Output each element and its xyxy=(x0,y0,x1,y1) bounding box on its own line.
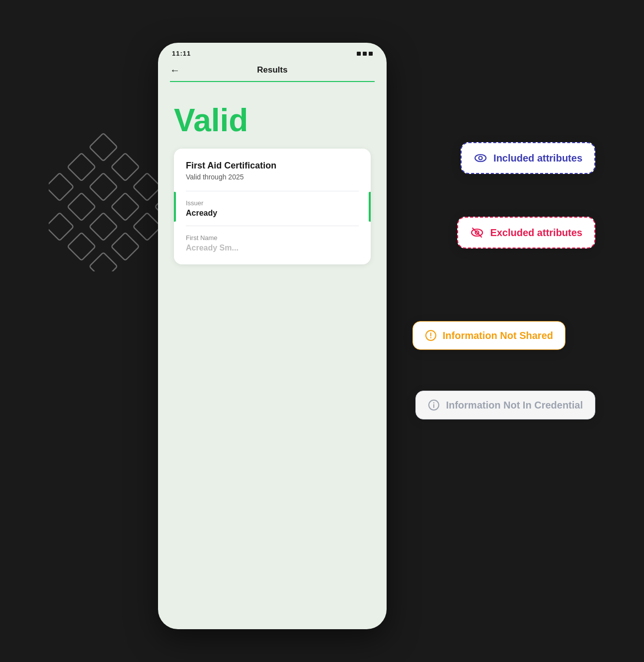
svg-rect-10 xyxy=(89,213,118,241)
svg-rect-14 xyxy=(89,252,118,271)
left-accent xyxy=(174,192,176,222)
status-time: 11:11 xyxy=(172,50,191,57)
excluded-label: Excluded attributes xyxy=(490,227,582,239)
svg-rect-5 xyxy=(133,173,161,201)
nav-title: Results xyxy=(257,65,287,75)
eye-icon xyxy=(474,151,487,165)
status-icon-3 xyxy=(369,52,373,56)
credential-card: First Aid Certification Valid through 20… xyxy=(174,149,371,264)
status-icon-1 xyxy=(357,52,361,56)
warning-circle-icon xyxy=(425,330,437,341)
svg-rect-7 xyxy=(111,193,140,221)
credential-title: First Aid Certification xyxy=(186,161,359,171)
svg-point-15 xyxy=(475,155,486,162)
credential-card-wrapper: First Aid Certification Valid through 20… xyxy=(174,149,371,264)
phone-frame: 11:11 ← Results Valid First Aid Certific… xyxy=(158,43,387,629)
svg-point-22 xyxy=(430,337,431,338)
info-circle-icon xyxy=(428,399,440,411)
badge-not-shared: Information Not Shared xyxy=(412,321,565,350)
valid-status: Valid xyxy=(174,102,371,139)
svg-rect-9 xyxy=(49,213,74,241)
first-name-label: First Name xyxy=(186,234,359,242)
phone-body: Valid First Aid Certification Valid thro… xyxy=(158,82,387,284)
svg-point-25 xyxy=(433,402,434,403)
svg-point-16 xyxy=(479,157,483,160)
eye-slash-icon xyxy=(470,226,484,240)
included-label: Included attributes xyxy=(493,153,582,164)
divider-2 xyxy=(186,226,359,226)
status-icons xyxy=(357,52,373,56)
back-button[interactable]: ← xyxy=(170,65,180,76)
divider-1 xyxy=(186,191,359,191)
nav-bar: ← Results xyxy=(158,61,387,81)
first-name-value: Acready Sm... xyxy=(186,244,359,252)
badge-included: Included attributes xyxy=(461,142,595,174)
badge-excluded: Excluded attributes xyxy=(457,217,595,248)
svg-rect-1 xyxy=(68,153,96,181)
credential-subtitle: Valid through 2025 xyxy=(186,173,359,181)
not-in-credential-label: Information Not In Credential xyxy=(446,400,583,411)
scene: 11:11 ← Results Valid First Aid Certific… xyxy=(49,33,595,629)
svg-rect-13 xyxy=(111,233,140,261)
svg-rect-6 xyxy=(68,193,96,221)
issuer-value: Acready xyxy=(186,209,359,218)
svg-rect-0 xyxy=(89,133,118,162)
svg-rect-3 xyxy=(49,173,74,201)
status-bar: 11:11 xyxy=(158,43,387,61)
status-icon-2 xyxy=(363,52,367,56)
svg-rect-2 xyxy=(111,153,140,181)
svg-rect-12 xyxy=(68,233,96,261)
not-shared-label: Information Not Shared xyxy=(443,330,553,341)
issuer-label: Issuer xyxy=(186,199,359,207)
svg-rect-11 xyxy=(133,213,161,241)
right-accent xyxy=(369,192,371,222)
badge-not-in-credential: Information Not In Credential xyxy=(415,391,595,419)
svg-rect-4 xyxy=(89,173,118,201)
